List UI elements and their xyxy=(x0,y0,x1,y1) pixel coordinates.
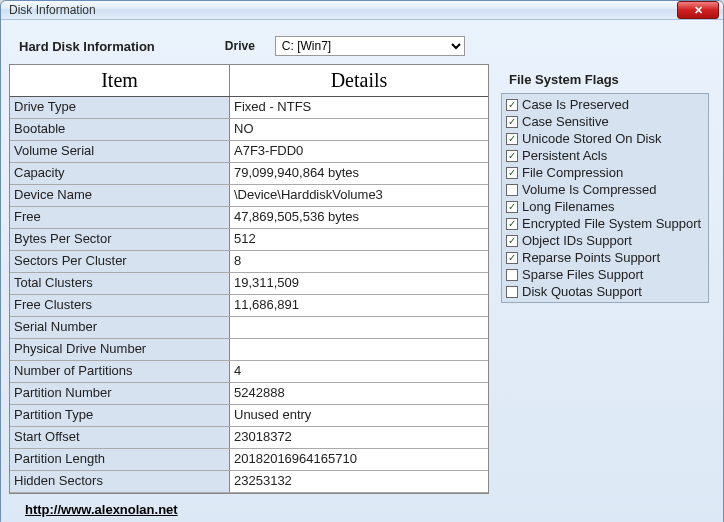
titlebar: Disk Information ✕ xyxy=(1,1,723,20)
flag-checkbox[interactable]: ✓ xyxy=(506,252,518,264)
flag-checkbox[interactable] xyxy=(506,286,518,298)
cell-item: Bytes Per Sector xyxy=(10,229,230,250)
flag-row: ✓File Compression xyxy=(506,164,704,181)
cell-item: Partition Type xyxy=(10,405,230,426)
cell-item: Physical Drive Number xyxy=(10,339,230,360)
flag-label: Case Sensitive xyxy=(522,113,609,130)
cell-details: Unused entry xyxy=(230,405,488,426)
cell-item: Serial Number xyxy=(10,317,230,338)
cell-item: Partition Number xyxy=(10,383,230,404)
table-row: Start Offset23018372 xyxy=(10,427,488,449)
flag-checkbox[interactable]: ✓ xyxy=(506,201,518,213)
cell-details: 4 xyxy=(230,361,488,382)
table-row: Physical Drive Number xyxy=(10,339,488,361)
flag-label: Unicode Stored On Disk xyxy=(522,130,661,147)
table-row: Drive TypeFixed - NTFS xyxy=(10,97,488,119)
table-row: Partition Length20182016964165710 xyxy=(10,449,488,471)
table-row: Sectors Per Cluster8 xyxy=(10,251,488,273)
close-icon: ✕ xyxy=(694,4,703,17)
flags-title: File System Flags xyxy=(501,72,709,93)
client-area: Hard Disk Information Drive C: [Win7] It… xyxy=(1,20,723,522)
cell-details: 47,869,505,536 bytes xyxy=(230,207,488,228)
flag-row: ✓Encrypted File System Support xyxy=(506,215,704,232)
table-row: Serial Number xyxy=(10,317,488,339)
flag-label: Reparse Points Support xyxy=(522,249,660,266)
cell-details: 8 xyxy=(230,251,488,272)
flag-row: Sparse Files Support xyxy=(506,266,704,283)
table-row: Free47,869,505,536 bytes xyxy=(10,207,488,229)
table-row: Number of Partitions4 xyxy=(10,361,488,383)
flags-list: ✓Case Is Preserved✓Case Sensitive✓Unicod… xyxy=(501,93,709,303)
cell-details: 79,099,940,864 bytes xyxy=(230,163,488,184)
flag-label: File Compression xyxy=(522,164,623,181)
flag-checkbox[interactable]: ✓ xyxy=(506,218,518,230)
cell-details: A7F3-FDD0 xyxy=(230,141,488,162)
table-row: Partition TypeUnused entry xyxy=(10,405,488,427)
cell-item: Start Offset xyxy=(10,427,230,448)
flag-checkbox[interactable]: ✓ xyxy=(506,235,518,247)
cell-details xyxy=(230,317,488,338)
cell-details: Fixed - NTFS xyxy=(230,97,488,118)
table-row: Free Clusters11,686,891 xyxy=(10,295,488,317)
table-row: BootableNO xyxy=(10,119,488,141)
flag-row: Volume Is Compressed xyxy=(506,181,704,198)
flag-label: Long Filenames xyxy=(522,198,615,215)
col-header-details: Details xyxy=(230,65,488,96)
drive-label: Drive xyxy=(225,39,255,53)
flag-label: Disk Quotas Support xyxy=(522,283,642,300)
flag-checkbox[interactable]: ✓ xyxy=(506,167,518,179)
flag-row: ✓Unicode Stored On Disk xyxy=(506,130,704,147)
table-row: Capacity79,099,940,864 bytes xyxy=(10,163,488,185)
info-table: Item Details Drive TypeFixed - NTFSBoota… xyxy=(9,64,489,494)
cell-details: \Device\HarddiskVolume3 xyxy=(230,185,488,206)
cell-item: Device Name xyxy=(10,185,230,206)
flag-checkbox[interactable]: ✓ xyxy=(506,99,518,111)
flags-panel: File System Flags ✓Case Is Preserved✓Cas… xyxy=(495,64,715,494)
flag-row: ✓Reparse Points Support xyxy=(506,249,704,266)
cell-item: Free xyxy=(10,207,230,228)
table-row: Total Clusters19,311,509 xyxy=(10,273,488,295)
table-row: Volume SerialA7F3-FDD0 xyxy=(10,141,488,163)
cell-details: NO xyxy=(230,119,488,140)
window-frame: Disk Information ✕ Hard Disk Information… xyxy=(0,0,724,522)
flag-row: ✓Persistent Acls xyxy=(506,147,704,164)
cell-item: Total Clusters xyxy=(10,273,230,294)
flag-label: Volume Is Compressed xyxy=(522,181,656,198)
flag-checkbox[interactable]: ✓ xyxy=(506,150,518,162)
header-row: Hard Disk Information Drive C: [Win7] xyxy=(9,26,715,64)
cell-item: Bootable xyxy=(10,119,230,140)
body-row: Item Details Drive TypeFixed - NTFSBoota… xyxy=(9,64,715,494)
flag-label: Object IDs Support xyxy=(522,232,632,249)
drive-select[interactable]: C: [Win7] xyxy=(275,36,465,56)
cell-details: 5242888 xyxy=(230,383,488,404)
cell-item: Partition Length xyxy=(10,449,230,470)
cell-details: 19,311,509 xyxy=(230,273,488,294)
flag-checkbox[interactable]: ✓ xyxy=(506,133,518,145)
flag-label: Persistent Acls xyxy=(522,147,607,164)
close-button[interactable]: ✕ xyxy=(677,1,719,19)
cell-item: Hidden Sectors xyxy=(10,471,230,492)
flag-row: ✓Long Filenames xyxy=(506,198,704,215)
table-header: Item Details xyxy=(10,65,488,97)
flag-row: ✓Case Is Preserved xyxy=(506,96,704,113)
col-header-item: Item xyxy=(10,65,230,96)
window-title: Disk Information xyxy=(9,3,677,17)
cell-item: Capacity xyxy=(10,163,230,184)
flag-label: Sparse Files Support xyxy=(522,266,643,283)
table-row: Hidden Sectors23253132 xyxy=(10,471,488,493)
cell-item: Volume Serial xyxy=(10,141,230,162)
flag-checkbox[interactable]: ✓ xyxy=(506,116,518,128)
flag-row: ✓Case Sensitive xyxy=(506,113,704,130)
website-link[interactable]: http://www.alexnolan.net xyxy=(25,502,178,517)
table-row: Bytes Per Sector512 xyxy=(10,229,488,251)
flag-checkbox[interactable] xyxy=(506,184,518,196)
cell-details: 512 xyxy=(230,229,488,250)
flag-label: Encrypted File System Support xyxy=(522,215,701,232)
table-body: Drive TypeFixed - NTFSBootableNOVolume S… xyxy=(10,97,488,493)
footer: http://www.alexnolan.net xyxy=(9,494,715,522)
hard-disk-info-label: Hard Disk Information xyxy=(19,39,155,54)
cell-item: Free Clusters xyxy=(10,295,230,316)
flag-checkbox[interactable] xyxy=(506,269,518,281)
cell-details: 20182016964165710 xyxy=(230,449,488,470)
flag-row: ✓Object IDs Support xyxy=(506,232,704,249)
